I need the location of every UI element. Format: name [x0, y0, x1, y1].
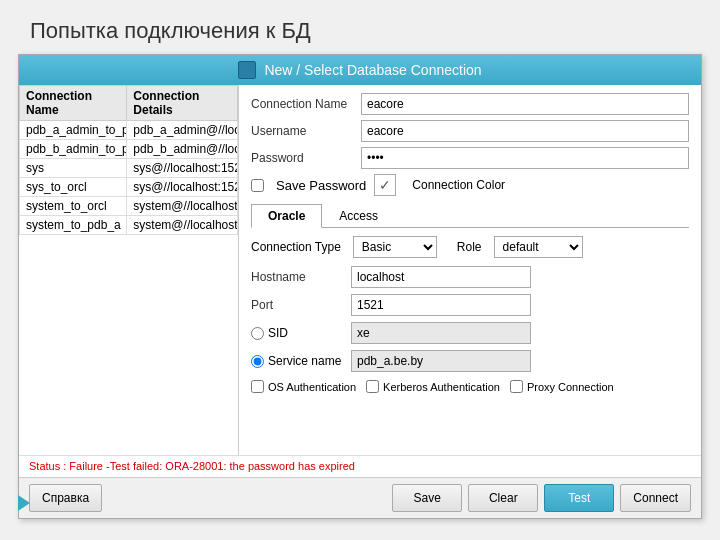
status-bar: Status : Failure -Test failed: ORA-28001… [19, 455, 701, 477]
sid-label: SID [268, 326, 288, 340]
conn-color-label: Connection Color [412, 178, 505, 192]
sid-radio[interactable] [251, 327, 264, 340]
save-button[interactable]: Save [392, 484, 462, 512]
sid-radio-label[interactable]: SID [251, 326, 351, 340]
color-check-icon[interactable]: ✓ [374, 174, 396, 196]
dialog-header: New / Select Database Connection [19, 55, 701, 85]
col-details-header: Connection Details [127, 86, 238, 121]
table-row[interactable]: syssys@//localhost:152... [20, 159, 238, 178]
table-row[interactable]: sys_to_orclsys@//localhost:152... [20, 178, 238, 197]
os-auth-checkbox[interactable] [251, 380, 264, 393]
dialog-body: Connection Name Connection Details pdb_a… [19, 85, 701, 455]
os-auth-label[interactable]: OS Authentication [251, 380, 356, 393]
username-label: Username [251, 124, 361, 138]
dialog: New / Select Database Connection Connect… [18, 54, 702, 519]
table-row[interactable]: pdb_a_admin_to_pd...pdb_a_admin@//loca..… [20, 121, 238, 140]
help-button[interactable]: Справка [29, 484, 102, 512]
conn-type-select[interactable]: Basic TNS LDAP Advanced [353, 236, 437, 258]
save-password-label: Save Password [276, 178, 366, 193]
save-password-row: Save Password ✓ Connection Color [251, 174, 689, 196]
port-label: Port [251, 298, 351, 312]
conn-name-cell: pdb_a_admin_to_pd... [20, 121, 127, 140]
oracle-section: Connection Type Basic TNS LDAP Advanced … [251, 236, 689, 393]
password-label: Password [251, 151, 361, 165]
service-radio-label[interactable]: Service name [251, 354, 351, 368]
connection-list-panel: Connection Name Connection Details pdb_a… [19, 85, 239, 455]
tab-bar: Oracle Access [251, 204, 689, 228]
page-title: Попытка подключения к БД [0, 0, 720, 54]
username-row: Username [251, 120, 689, 142]
port-input[interactable] [351, 294, 531, 316]
conn-details-cell: sys@//localhost:152... [127, 159, 238, 178]
sid-input[interactable] [351, 322, 531, 344]
status-text: Status : Failure -Test failed: ORA-28001… [29, 460, 355, 472]
conn-details-cell: pdb_a_admin@//loca... [127, 121, 238, 140]
conn-type-row: Connection Type Basic TNS LDAP Advanced … [251, 236, 689, 258]
kerberos-auth-checkbox[interactable] [366, 380, 379, 393]
conn-name-label: Connection Name [251, 97, 361, 111]
tab-oracle[interactable]: Oracle [251, 204, 322, 228]
table-row[interactable]: pdb_b_admin_to_pd...pdb_b_admin@//loca..… [20, 140, 238, 159]
conn-name-cell: pdb_b_admin_to_pd... [20, 140, 127, 159]
table-row[interactable]: system_to_pdb_asystem@//localhost:... [20, 216, 238, 235]
test-button[interactable]: Test [544, 484, 614, 512]
button-bar: Справка Save Clear Test Connect [19, 477, 701, 518]
conn-name-cell: sys_to_orcl [20, 178, 127, 197]
hostname-label: Hostname [251, 270, 351, 284]
service-name-input[interactable] [351, 350, 531, 372]
conn-details-cell: pdb_b_admin@//loca... [127, 140, 238, 159]
db-icon [238, 61, 256, 79]
password-row: Password [251, 147, 689, 169]
conn-name-row: Connection Name [251, 93, 689, 115]
hostname-row: Hostname [251, 266, 689, 288]
triangle-indicator [18, 495, 30, 511]
proxy-conn-label[interactable]: Proxy Connection [510, 380, 614, 393]
kerberos-auth-text: Kerberos Authentication [383, 381, 500, 393]
service-name-row: Service name [251, 350, 689, 372]
username-input[interactable] [361, 120, 689, 142]
proxy-conn-checkbox[interactable] [510, 380, 523, 393]
clear-button[interactable]: Clear [468, 484, 538, 512]
conn-details-cell: system@//localhost:... [127, 197, 238, 216]
proxy-conn-text: Proxy Connection [527, 381, 614, 393]
save-password-checkbox[interactable] [251, 179, 264, 192]
connect-button[interactable]: Connect [620, 484, 691, 512]
role-select[interactable]: default SYSDBA SYSOPER [494, 236, 583, 258]
conn-name-cell: sys [20, 159, 127, 178]
conn-name-input[interactable] [361, 93, 689, 115]
dialog-title: New / Select Database Connection [264, 62, 481, 78]
dialog-wrapper: New / Select Database Connection Connect… [0, 54, 720, 519]
password-input[interactable] [361, 147, 689, 169]
hostname-input[interactable] [351, 266, 531, 288]
service-name-label: Service name [268, 354, 341, 368]
table-row[interactable]: system_to_orclsystem@//localhost:... [20, 197, 238, 216]
role-label: Role [457, 240, 482, 254]
conn-details-cell: sys@//localhost:152... [127, 178, 238, 197]
col-name-header: Connection Name [20, 86, 127, 121]
kerberos-auth-label[interactable]: Kerberos Authentication [366, 380, 500, 393]
os-auth-text: OS Authentication [268, 381, 356, 393]
service-radio[interactable] [251, 355, 264, 368]
auth-row: OS Authentication Kerberos Authenticatio… [251, 380, 689, 393]
connection-table: Connection Name Connection Details pdb_a… [19, 85, 238, 235]
conn-name-cell: system_to_pdb_a [20, 216, 127, 235]
port-row: Port [251, 294, 689, 316]
conn-name-cell: system_to_orcl [20, 197, 127, 216]
connection-form-panel: Connection Name Username Password Save P… [239, 85, 701, 455]
tab-access[interactable]: Access [322, 204, 395, 227]
sid-row: SID [251, 322, 689, 344]
conn-details-cell: system@//localhost:... [127, 216, 238, 235]
conn-type-label: Connection Type [251, 240, 341, 254]
